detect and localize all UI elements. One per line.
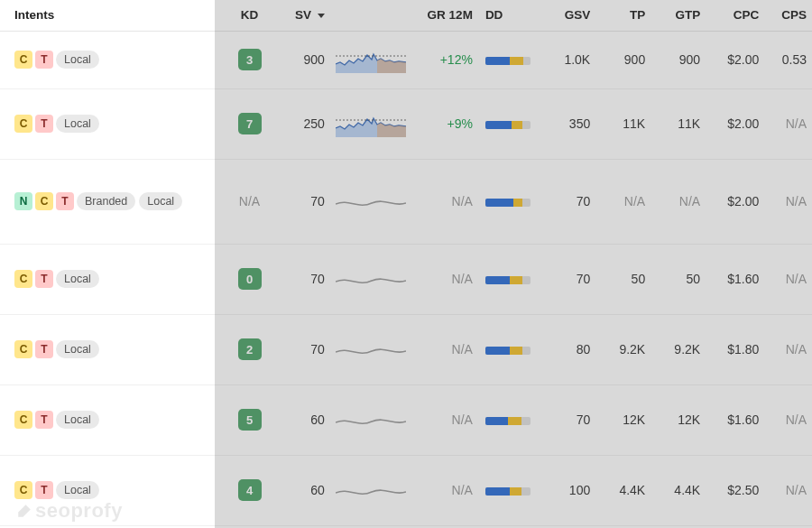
gtp-value: 12K bbox=[678, 412, 700, 427]
gr12m-value: N/A bbox=[452, 342, 473, 357]
tp-cell: 50 bbox=[595, 244, 651, 314]
tp-value: 9.2K bbox=[619, 342, 645, 357]
gr12m-value: N/A bbox=[452, 272, 473, 286]
table-row[interactable]: CTLocal7250+9%35011K11K$2.00N/A bbox=[0, 88, 812, 159]
cpc-cell: $2.00 bbox=[706, 159, 764, 244]
dd-bar bbox=[485, 487, 531, 496]
intent-badge-t: T bbox=[35, 481, 53, 499]
tag-local: Local bbox=[139, 192, 182, 210]
gsv-cell: 70 bbox=[537, 244, 595, 314]
tp-cell: N/A bbox=[595, 159, 651, 244]
kd-cell: 7 bbox=[226, 88, 273, 159]
gtp-value: 900 bbox=[679, 52, 700, 67]
gsv-value: 70 bbox=[577, 272, 591, 286]
table-row[interactable]: CTLocal3900+12%1.0K900900$2.000.53 bbox=[0, 31, 812, 88]
gtp-cell: 12K bbox=[651, 384, 706, 455]
gsv-cell: 100 bbox=[537, 455, 595, 525]
spark-cell bbox=[330, 88, 411, 159]
kd-pill: 0 bbox=[238, 268, 262, 290]
gtp-cell: 11K bbox=[651, 88, 706, 159]
intent-badge-t: T bbox=[35, 51, 53, 69]
gtp-cell: N/A bbox=[651, 159, 706, 244]
sparkline-icon bbox=[336, 406, 406, 433]
sv-cell: 70 bbox=[273, 159, 330, 244]
intents-cell: NCTBrandedLocal bbox=[0, 159, 226, 244]
sort-desc-icon bbox=[318, 14, 325, 18]
gsv-value: 100 bbox=[569, 483, 590, 497]
table-row[interactable]: CTLocal560N/A7012K12K$1.60N/A bbox=[0, 384, 812, 455]
gr12m-cell: +12% bbox=[411, 31, 478, 88]
intents-cell: CTLocal bbox=[0, 244, 226, 314]
cps-cell: N/A bbox=[764, 244, 812, 314]
col-sv[interactable]: SV bbox=[273, 0, 330, 31]
dd-bar bbox=[485, 347, 531, 355]
gr12m-value: +12% bbox=[440, 52, 473, 67]
tp-cell: 9.2K bbox=[595, 314, 651, 384]
cpc-value: $2.00 bbox=[727, 194, 759, 208]
cpc-cell: $1.60 bbox=[706, 384, 764, 455]
kd-value: N/A bbox=[239, 194, 260, 208]
table-row[interactable]: NCTBrandedLocalN/A70N/A70N/AN/A$2.00N/A bbox=[0, 159, 812, 244]
tag-local: Local bbox=[56, 115, 99, 133]
gsv-value: 80 bbox=[577, 342, 591, 357]
gsv-cell: 70 bbox=[537, 384, 595, 455]
cpc-cell: $2.50 bbox=[706, 455, 764, 525]
intent-badge-n: N bbox=[14, 192, 32, 210]
kd-cell: 3 bbox=[226, 31, 273, 88]
cpc-cell: $2.00 bbox=[706, 88, 764, 159]
cps-cell: 0.53 bbox=[764, 31, 812, 88]
cps-value: N/A bbox=[786, 412, 807, 427]
intent-badge-t: T bbox=[35, 340, 53, 358]
sparkline-icon bbox=[336, 110, 406, 137]
col-gr12m[interactable]: GR 12M bbox=[330, 0, 478, 31]
intent-badge-c: C bbox=[14, 481, 32, 499]
gsv-value: 1.0K bbox=[564, 52, 590, 67]
table-row[interactable]: CTLocal270N/A809.2K9.2K$1.80N/A bbox=[0, 314, 812, 384]
sv-cell: 70 bbox=[273, 244, 330, 314]
gtp-value: 50 bbox=[687, 272, 701, 286]
gr12m-value: N/A bbox=[452, 412, 473, 427]
col-gtp[interactable]: GTP bbox=[651, 0, 706, 31]
gr12m-cell: +9% bbox=[411, 88, 478, 159]
sv-cell: 60 bbox=[273, 455, 330, 525]
gsv-cell: 1.0K bbox=[537, 31, 595, 88]
col-tp[interactable]: TP bbox=[595, 0, 651, 31]
col-intents[interactable]: Intents bbox=[0, 0, 226, 31]
gtp-value: 4.4K bbox=[674, 483, 700, 497]
tp-value: 11K bbox=[623, 116, 645, 131]
col-cps[interactable]: CPS bbox=[764, 0, 812, 31]
intent-badge-t: T bbox=[35, 115, 53, 133]
col-cpc[interactable]: CPC bbox=[706, 0, 764, 31]
table-header-row: Intents KD SV GR 12M DD GSV TP GTP CPC C… bbox=[0, 0, 812, 31]
col-kd[interactable]: KD bbox=[226, 0, 273, 31]
tp-cell: 12K bbox=[595, 384, 651, 455]
spark-cell bbox=[330, 159, 411, 244]
dd-bar bbox=[485, 417, 531, 425]
spark-cell bbox=[330, 455, 411, 525]
gsv-value: 70 bbox=[577, 194, 591, 208]
cps-cell: N/A bbox=[764, 314, 812, 384]
col-gsv[interactable]: GSV bbox=[537, 0, 595, 31]
col-dd[interactable]: DD bbox=[478, 0, 537, 31]
intent-badge-t: T bbox=[56, 192, 74, 210]
spark-cell bbox=[330, 31, 411, 88]
cps-cell: N/A bbox=[764, 159, 812, 244]
sv-cell: 900 bbox=[273, 31, 330, 88]
cps-value: N/A bbox=[786, 194, 807, 208]
cps-value: N/A bbox=[786, 272, 807, 286]
cpc-cell: $2.00 bbox=[706, 31, 764, 88]
intent-badge-c: C bbox=[14, 340, 32, 358]
tag-local: Local bbox=[56, 51, 99, 69]
gsv-cell: 70 bbox=[537, 159, 595, 244]
col-sv-label: SV bbox=[295, 8, 311, 22]
cpc-value: $1.80 bbox=[727, 342, 759, 357]
spark-cell bbox=[330, 314, 411, 384]
kd-pill: 2 bbox=[238, 338, 262, 360]
sparkline-icon bbox=[336, 265, 406, 292]
tp-value: 50 bbox=[632, 272, 646, 286]
intent-badge-c: C bbox=[14, 270, 32, 288]
intents-cell: CTLocal bbox=[0, 88, 226, 159]
kd-cell: N/A bbox=[226, 159, 273, 244]
gr12m-value: N/A bbox=[452, 194, 473, 208]
table-row[interactable]: CTLocal070N/A705050$1.60N/A bbox=[0, 244, 812, 314]
